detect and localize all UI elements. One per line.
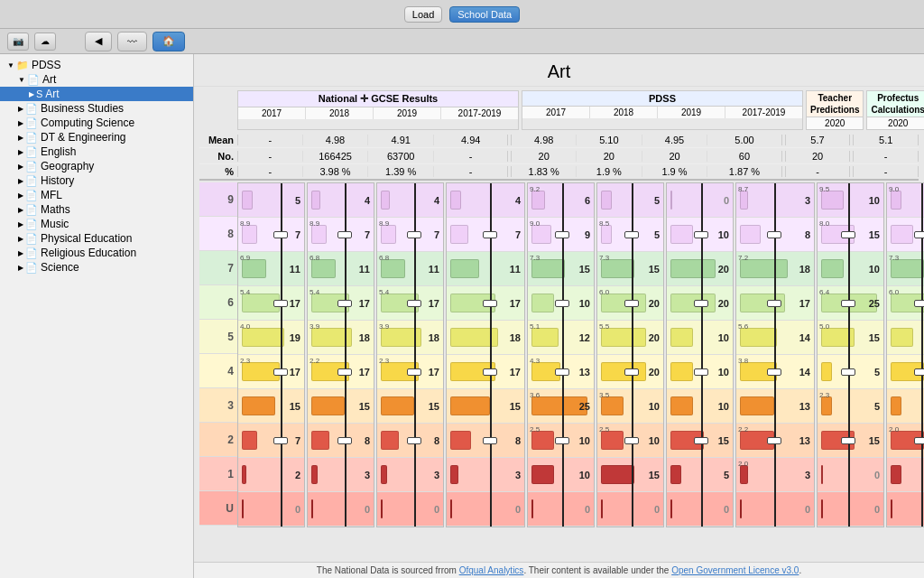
- chart-col-national_2017: 58.976.9115.4174.0192.31715720: [237, 182, 305, 527]
- sidebar-item-pe[interactable]: ▶ 📄 Physical Education: [0, 231, 193, 246]
- slider-knob-pdss_2017-1[interactable]: [555, 231, 569, 238]
- slider-knob-profectus_2020-5[interactable]: [914, 368, 924, 376]
- slider-knob-national_2017-5[interactable]: [273, 368, 288, 376]
- bar-national_2017-U: [242, 499, 244, 518]
- bar-national_2017_2019-U: [450, 499, 452, 518]
- sidebar-item-history[interactable]: ▶ 📄 History: [0, 173, 193, 188]
- pdss-mean-2017: 4.98: [511, 135, 577, 145]
- val-label-national_2017-3: 15: [290, 401, 300, 412]
- sidebar-item-music[interactable]: ▶ 📄 Music: [0, 217, 193, 231]
- slider-knob-national_2017_2019-3[interactable]: [483, 300, 497, 307]
- slider-knob-teacher_2020-3[interactable]: [841, 300, 855, 307]
- sidebar-item-art-folder[interactable]: ▼ 📄 Art: [0, 72, 193, 87]
- sidebar-item-english[interactable]: ▶ 📄 English: [0, 144, 193, 159]
- sidebar-item-mfl[interactable]: ▶ 📄 MFL: [0, 188, 193, 202]
- slider-knob-national_2017_2019-5[interactable]: [483, 368, 497, 376]
- val-label-pdss_2018-2: 10: [649, 435, 660, 446]
- val-label-national_2019-7: 11: [429, 264, 439, 275]
- slider-knob-pdss_2017-5[interactable]: [555, 368, 569, 376]
- val-label-pdss_2017_2019-2: 13: [799, 435, 810, 446]
- small-label-pdss_2017_2019-1: 2.0: [738, 460, 748, 468]
- small-label-national_2019-6: 5.4: [379, 288, 389, 296]
- bar-pdss_2019-3: [670, 396, 693, 415]
- slider-knob-pdss_2017_2019-3[interactable]: [767, 300, 781, 307]
- val-label-national_2018-U: 0: [365, 504, 370, 515]
- bar-pdss_2019-4: [670, 362, 693, 381]
- bar-teacher_2020-7: [821, 259, 844, 278]
- slider-knob-pdss_2017_2019-7[interactable]: [767, 437, 781, 444]
- slider-knob-national_2018-7[interactable]: [337, 437, 352, 444]
- cloud-button[interactable]: ☁: [34, 33, 56, 51]
- slider-knob-national_2019-3[interactable]: [407, 300, 421, 307]
- slider-knob-profectus_2020-3[interactable]: [914, 300, 924, 307]
- slider-knob-national_2017-1[interactable]: [273, 231, 288, 238]
- slider-knob-national_2017-7[interactable]: [273, 437, 288, 444]
- slider-knob-national_2019-5[interactable]: [407, 368, 421, 376]
- small-label-pdss_2017-5: 5.1: [530, 322, 540, 331]
- slider-knob-pdss_2018-3[interactable]: [624, 300, 639, 307]
- slider-knob-pdss_2019-3[interactable]: [694, 300, 708, 307]
- chart-button[interactable]: 〰: [117, 32, 147, 51]
- pdss-header: PDSS: [522, 91, 802, 107]
- grade-label-7: 7: [199, 251, 237, 285]
- sidebar-item-pdss[interactable]: ▼ 📁 PDSS: [0, 58, 193, 72]
- slider-knob-pdss_2019-5[interactable]: [694, 368, 708, 376]
- slider-knob-profectus_2020-7[interactable]: [914, 437, 924, 444]
- slider-knob-pdss_2018-5[interactable]: [624, 368, 639, 376]
- slider-knob-national_2018-3[interactable]: [337, 300, 352, 307]
- slider-knob-profectus_2020-1[interactable]: [914, 231, 924, 238]
- sidebar-item-science[interactable]: ▶ 📄 Science: [0, 260, 193, 275]
- grade-cell-national_2019-U: 0: [377, 492, 443, 527]
- slider-knob-pdss_2018-1[interactable]: [624, 231, 639, 238]
- slider-knob-pdss_2017-3[interactable]: [555, 300, 569, 307]
- history-label: History: [41, 174, 74, 187]
- slider-knob-national_2019-7[interactable]: [407, 437, 421, 444]
- back-button[interactable]: ◀: [85, 32, 112, 51]
- slider-knob-national_2018-5[interactable]: [337, 368, 352, 376]
- school-data-button[interactable]: School Data: [449, 6, 520, 23]
- slider-knob-national_2017_2019-7[interactable]: [483, 437, 497, 444]
- slider-knob-national_2018-1[interactable]: [337, 231, 352, 238]
- nav-button[interactable]: 🏠: [152, 32, 185, 51]
- footer-link-ogl[interactable]: Open Government Licence v3.0: [671, 565, 799, 575]
- footer-link-ofqual[interactable]: Ofqual Analytics: [459, 565, 524, 575]
- sidebar-item-computing[interactable]: ▶ 📄 Computing Science: [0, 116, 193, 130]
- bar-pdss_2017-9: [531, 191, 545, 210]
- sidebar-item-business[interactable]: ▶ 📄 Business Studies: [0, 101, 193, 116]
- sidebar-item-art-subject[interactable]: ▶ S Art: [0, 87, 193, 101]
- grade-cell-pdss_2017-5: 5.112: [528, 321, 594, 355]
- slider-knob-pdss_2017_2019-5[interactable]: [767, 368, 781, 376]
- bar-pdss_2017-1: [531, 465, 554, 484]
- slider-knob-national_2019-1[interactable]: [407, 231, 421, 238]
- slider-knob-teacher_2020-7[interactable]: [841, 437, 855, 444]
- sidebar-item-maths[interactable]: ▶ 📄 Maths: [0, 202, 193, 217]
- val-label-national_2018-7: 11: [359, 264, 370, 275]
- scroll-area[interactable]: National ✛ GCSE Results 2017 2018 2019 2…: [194, 87, 924, 562]
- sidebar-item-geography[interactable]: ▶ 📄 Geography: [0, 159, 193, 173]
- slider-knob-national_2017_2019-1[interactable]: [483, 231, 497, 238]
- profectus-pct: -: [853, 166, 919, 177]
- slider-knob-teacher_2020-1[interactable]: [841, 231, 855, 238]
- slider-knob-pdss_2017_2019-1[interactable]: [767, 231, 781, 238]
- small-label-pdss_2017_2019-7: 7.2: [738, 254, 748, 262]
- load-button[interactable]: Load: [404, 6, 442, 23]
- slider-knob-pdss_2019-7[interactable]: [694, 437, 708, 444]
- grade-label-9: 9: [199, 182, 237, 217]
- sidebar-item-dt[interactable]: ▶ 📄 DT & Engineering: [0, 130, 193, 144]
- subject-icon: S: [36, 89, 42, 99]
- slider-knob-teacher_2020-5[interactable]: [841, 368, 855, 376]
- grade-cell-national_2017-4: 2.317: [238, 355, 304, 389]
- slider-knob-pdss_2019-1[interactable]: [694, 231, 708, 238]
- nat-pct-2019: 1.39 %: [368, 166, 434, 177]
- camera-button[interactable]: 📷: [7, 33, 29, 51]
- slider-knob-pdss_2017-7[interactable]: [555, 437, 569, 444]
- bar-national_2017_2019-5: [450, 328, 498, 347]
- slider-knob-national_2017-3[interactable]: [273, 300, 288, 307]
- val-label-national_2017-4: 17: [290, 367, 300, 378]
- sidebar-item-re[interactable]: ▶ 📄 Religious Education: [0, 246, 193, 260]
- computing-label: Computing Science: [41, 117, 134, 129]
- bar-national_2018-1: [311, 465, 318, 484]
- bar-pdss_2018-1: [601, 465, 634, 484]
- grade-cell-teacher_2020-9: 9.510: [818, 183, 883, 218]
- slider-knob-pdss_2018-7[interactable]: [624, 437, 639, 444]
